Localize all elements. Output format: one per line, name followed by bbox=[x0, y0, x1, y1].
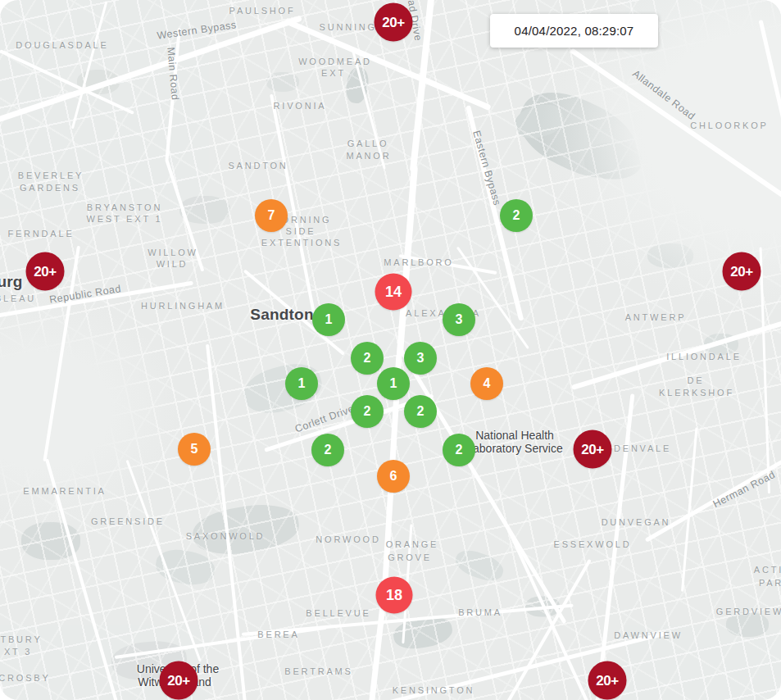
map-area-label: KENSINGTON bbox=[393, 685, 475, 695]
map-area-label: RIVONIA bbox=[274, 101, 327, 111]
cluster-marker[interactable]: 14 bbox=[375, 274, 412, 311]
cluster-marker[interactable]: 1 bbox=[312, 303, 345, 336]
map-area-label: EMMARENTIA bbox=[23, 486, 106, 496]
map-area-label: BELLEVUE bbox=[306, 608, 370, 618]
map-area-label: TBURY bbox=[0, 634, 42, 644]
cluster-marker[interactable]: 20+ bbox=[723, 252, 761, 291]
map-area-label: DE bbox=[688, 375, 705, 385]
map-area-label: WILD bbox=[157, 259, 188, 269]
marker-count: 2 bbox=[456, 443, 463, 457]
cluster-marker[interactable]: 3 bbox=[443, 303, 475, 336]
marker-count: 14 bbox=[385, 284, 402, 301]
map-area-label: WILLOW bbox=[148, 248, 198, 257]
map-area-label: SAXONWOLD bbox=[186, 531, 266, 541]
cluster-marker[interactable]: 1 bbox=[377, 367, 410, 400]
marker-count: 20+ bbox=[596, 672, 618, 689]
map-area-label: FERNDALE bbox=[7, 229, 74, 239]
cluster-marker[interactable]: 20+ bbox=[26, 252, 65, 291]
map-area-label: BERTRAMS bbox=[284, 666, 352, 676]
map-area-label: ESSEXWOLD bbox=[554, 539, 632, 549]
cluster-marker[interactable]: 2 bbox=[443, 434, 475, 466]
city-name-label: Sandton bbox=[250, 306, 313, 324]
map-area-label: GROVE bbox=[388, 552, 432, 562]
map-area-label: BEVERLEY bbox=[18, 170, 84, 180]
marker-count: 2 bbox=[513, 208, 520, 223]
map-area-label: DAWNVIEW bbox=[614, 630, 683, 640]
map-area-label: DOUGLASDALE bbox=[16, 40, 108, 50]
city-name-label: urg bbox=[0, 273, 23, 291]
cluster-marker[interactable]: 3 bbox=[404, 342, 437, 375]
map-area-label: EDENVALE bbox=[606, 443, 671, 453]
map-area-label: ANTWERP bbox=[625, 312, 687, 322]
cluster-marker[interactable]: 20+ bbox=[375, 3, 413, 42]
map-area-label: BRYANSTON bbox=[87, 202, 162, 212]
marker-count: 4 bbox=[484, 376, 491, 391]
map-area-label: KLERKSHOF bbox=[659, 388, 734, 398]
map-area-label: MARLBORO bbox=[384, 257, 453, 267]
cluster-marker[interactable]: 7 bbox=[255, 199, 288, 232]
map-area-label: NORWOOD bbox=[316, 534, 380, 544]
cluster-marker[interactable]: 2 bbox=[351, 342, 384, 375]
map-area-label: WEST EXT 1 bbox=[86, 214, 162, 224]
map-area-label: ORANGE bbox=[386, 539, 438, 549]
marker-count: 3 bbox=[417, 351, 425, 366]
marker-count: 2 bbox=[325, 443, 332, 457]
cluster-marker[interactable]: 20+ bbox=[588, 661, 627, 700]
cluster-marker[interactable]: 2 bbox=[404, 395, 437, 428]
map-area-label: SIDE bbox=[286, 226, 316, 236]
cluster-marker[interactable]: 2 bbox=[351, 395, 384, 428]
marker-count: 20+ bbox=[34, 263, 56, 280]
map-area-label: GALLO bbox=[347, 139, 389, 148]
map-canvas[interactable]: Western BypassMain Roadad DriveAllandale… bbox=[0, 0, 781, 700]
map-area-label: DUNVEGAN bbox=[602, 517, 671, 527]
map-area-label: GARDENS bbox=[20, 183, 80, 193]
marker-count: 2 bbox=[364, 351, 371, 366]
cluster-marker[interactable]: 2 bbox=[311, 434, 344, 466]
marker-count: 1 bbox=[390, 376, 397, 391]
marker-count: 20+ bbox=[167, 672, 189, 689]
map-area-label: CROSBY bbox=[0, 673, 51, 683]
marker-count: 20+ bbox=[581, 441, 603, 457]
map-area-label: EXT bbox=[321, 68, 346, 78]
cluster-marker[interactable]: 18 bbox=[376, 577, 413, 614]
cluster-marker[interactable]: 4 bbox=[470, 367, 503, 400]
marker-count: 3 bbox=[456, 312, 463, 327]
cluster-marker[interactable]: 5 bbox=[178, 433, 211, 466]
marker-count: 20+ bbox=[730, 263, 752, 280]
cluster-marker[interactable]: 20+ bbox=[160, 661, 198, 700]
marker-count: 1 bbox=[298, 376, 306, 391]
map-area-label: BEREA bbox=[257, 630, 299, 639]
map-area-label: XT 3 bbox=[4, 647, 32, 657]
marker-count: 7 bbox=[268, 208, 275, 223]
poi-name-label: National Health bbox=[475, 429, 554, 442]
map-area-label: ACTI bbox=[754, 565, 781, 575]
marker-count: 2 bbox=[417, 404, 425, 419]
timestamp-text: 04/04/2022, 08:29:07 bbox=[515, 24, 634, 38]
marker-count: 20+ bbox=[382, 14, 404, 30]
marker-count: 1 bbox=[325, 312, 333, 327]
map-area-label: CHLOORKOP bbox=[690, 120, 769, 130]
map-area-label: WOODMEAD bbox=[298, 57, 372, 66]
map-area-label: MANOR bbox=[347, 151, 392, 161]
cluster-marker[interactable]: 6 bbox=[377, 460, 410, 493]
cluster-marker[interactable]: 1 bbox=[285, 367, 318, 400]
marker-count: 18 bbox=[386, 587, 402, 604]
map-area-label: ILLIONDALE bbox=[666, 352, 742, 361]
map-area-label: PAR bbox=[759, 578, 781, 588]
map-area-label: BRUMA bbox=[458, 607, 502, 617]
map-area-label: HURLINGHAM bbox=[141, 301, 225, 311]
cluster-marker[interactable]: 2 bbox=[500, 199, 533, 232]
marker-count: 6 bbox=[390, 469, 397, 484]
map-area-label: GERDVIEW bbox=[716, 607, 781, 616]
map-area-label: GREENSIDE bbox=[91, 516, 165, 526]
poi-name-label: Laboratory Service bbox=[466, 442, 563, 455]
map-area-label: SANDTON bbox=[228, 161, 288, 170]
timestamp-box: 04/04/2022, 08:29:07 bbox=[490, 14, 658, 48]
marker-count: 5 bbox=[191, 442, 198, 457]
map-area-label: EXTENTIONS bbox=[261, 238, 342, 248]
map-area-label: BLEAU bbox=[0, 293, 36, 303]
map-area-label: PAULSHOF bbox=[229, 6, 296, 16]
cluster-marker[interactable]: 20+ bbox=[574, 430, 612, 469]
marker-count: 2 bbox=[364, 404, 371, 419]
